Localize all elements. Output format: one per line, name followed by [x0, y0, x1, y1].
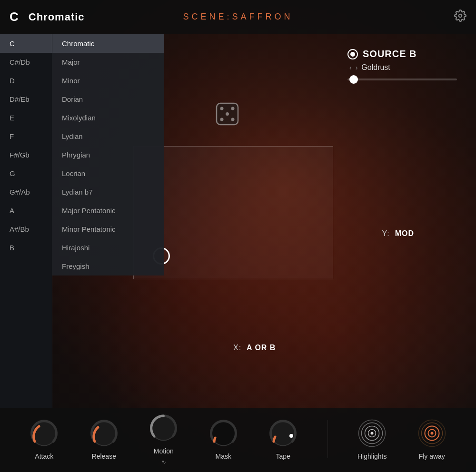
- tape-knob-container: Tape: [268, 418, 298, 460]
- attack-label: Attack: [35, 452, 53, 460]
- highlights-knob-container: Highlights: [357, 418, 387, 460]
- key-item-b[interactable]: B: [0, 238, 52, 257]
- release-knob-container: Release: [89, 418, 119, 460]
- motion-knob-container: Motion ∿: [148, 413, 179, 465]
- tape-label: Tape: [276, 452, 290, 460]
- source-b-title: SOURCE B: [363, 49, 417, 59]
- x-axis-value: A OR B: [247, 344, 276, 352]
- key-item-d[interactable]: D: [0, 71, 52, 90]
- scene-title: SCENE:SAFFRON: [183, 12, 293, 22]
- key-item-f[interactable]: F: [0, 127, 52, 146]
- settings-button[interactable]: [454, 10, 466, 25]
- scale-lydian[interactable]: Lydian: [52, 127, 164, 146]
- flyaway-knob[interactable]: [416, 418, 447, 449]
- knob-divider: [327, 420, 328, 458]
- source-b-panel: SOURCE B ‹ › Goldrust: [347, 49, 457, 80]
- svg-point-0: [459, 14, 462, 17]
- source-b-thumb: [349, 75, 358, 84]
- svg-point-22: [430, 432, 433, 435]
- svg-point-12: [289, 434, 293, 438]
- source-b-slider[interactable]: [347, 79, 457, 80]
- scale-freygish[interactable]: Freygish: [52, 257, 164, 275]
- key-item-gsharp[interactable]: G#/Ab: [0, 183, 52, 201]
- key-item-dsharp[interactable]: D#/Eb: [0, 90, 52, 108]
- scale-panel: Chromatic Major Minor Dorian Mixolydian …: [52, 34, 164, 275]
- svg-point-3: [231, 107, 235, 110]
- release-knob[interactable]: [89, 418, 119, 449]
- source-b-next[interactable]: ›: [356, 64, 358, 71]
- mask-knob[interactable]: [208, 418, 239, 449]
- scale-hirajoshi[interactable]: Hirajoshi: [52, 238, 164, 257]
- scale-major[interactable]: Major: [52, 53, 164, 71]
- highlights-label: Highlights: [357, 452, 387, 460]
- scale-minor-pentatonic[interactable]: Minor Pentatonic: [52, 220, 164, 238]
- scale-phrygian[interactable]: Phrygian: [52, 146, 164, 164]
- scene-name: SAFFRON: [232, 12, 293, 21]
- svg-point-17: [371, 432, 374, 435]
- release-label: Release: [92, 452, 116, 460]
- source-b-preset: Goldrust: [361, 63, 390, 72]
- scale-minor[interactable]: Minor: [52, 71, 164, 90]
- keys-panel: C C#/Db D D#/Eb E F F#/Gb G G#/Ab A A#/B…: [0, 34, 52, 408]
- bottom-controls: Attack Release Motion ∿ Mask: [0, 408, 476, 472]
- motion-label: Motion: [154, 447, 174, 455]
- source-b-radio[interactable]: [347, 49, 358, 59]
- key-item-csharp[interactable]: C#/Db: [0, 53, 52, 71]
- randomize-button[interactable]: [214, 101, 240, 129]
- scale-mixolydian[interactable]: Mixolydian: [52, 108, 164, 127]
- scale-locrian[interactable]: Locrian: [52, 164, 164, 183]
- motion-knob[interactable]: [148, 413, 179, 443]
- key-item-a[interactable]: A: [0, 201, 52, 220]
- svg-point-5: [220, 118, 224, 121]
- attack-knob[interactable]: [29, 418, 60, 449]
- y-axis-value: MOD: [395, 229, 414, 237]
- scene-prefix: SCENE:: [183, 12, 232, 21]
- svg-point-6: [231, 118, 235, 121]
- attack-knob-container: Attack: [29, 418, 60, 460]
- key-item-g[interactable]: G: [0, 164, 52, 183]
- mask-knob-container: Mask: [208, 418, 239, 460]
- header: C Chromatic SCENE:SAFFRON: [0, 0, 476, 34]
- source-b-prev[interactable]: ‹: [349, 64, 352, 71]
- motion-sublabel: ∿: [161, 459, 166, 465]
- tape-knob[interactable]: [268, 418, 298, 449]
- scale-dorian[interactable]: Dorian: [52, 90, 164, 108]
- flyaway-knob-container: Fly away: [416, 418, 447, 460]
- key-item-asharp[interactable]: A#/Bb: [0, 220, 52, 238]
- key-item-c[interactable]: C: [0, 34, 52, 53]
- source-b-radio-indicator: [350, 52, 355, 57]
- flyaway-label: Fly away: [419, 452, 445, 460]
- key-item-fsharp[interactable]: F#/Gb: [0, 146, 52, 164]
- y-axis-label: Y: MOD: [382, 229, 414, 238]
- source-b-nav: ‹ › Goldrust: [347, 63, 457, 72]
- scale-lydianb7[interactable]: Lydian b7: [52, 183, 164, 201]
- key-label: C: [10, 10, 19, 24]
- scale-chromatic[interactable]: Chromatic: [52, 34, 164, 53]
- x-axis-label: X: A OR B: [233, 344, 276, 352]
- svg-point-4: [226, 112, 229, 116]
- scale-label: Chromatic: [29, 11, 85, 23]
- key-item-e[interactable]: E: [0, 108, 52, 127]
- scale-major-pentatonic[interactable]: Major Pentatonic: [52, 201, 164, 220]
- svg-point-2: [220, 107, 224, 110]
- mask-label: Mask: [216, 452, 231, 460]
- highlights-knob[interactable]: [357, 418, 387, 449]
